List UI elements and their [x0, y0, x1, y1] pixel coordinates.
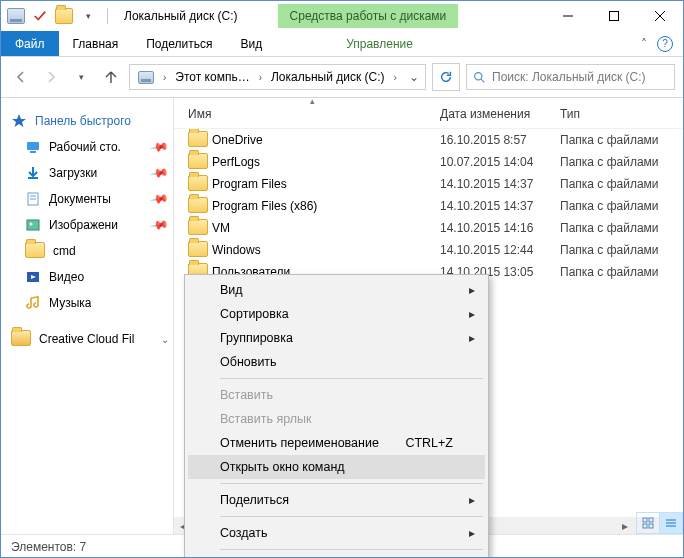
col-name[interactable]: Имя	[188, 107, 440, 121]
file-date: 10.07.2015 14:04	[440, 155, 560, 169]
file-date: 16.10.2015 8:57	[440, 133, 560, 147]
view-details-button[interactable]	[659, 513, 682, 533]
file-row[interactable]: Windows14.10.2015 12:44Папка с файлами	[174, 239, 683, 261]
contextual-tab-label[interactable]: Средства работы с дисками	[278, 4, 459, 28]
sidebar-item[interactable]: Документы📌	[1, 186, 173, 212]
checkmark-icon[interactable]	[31, 7, 49, 25]
folder-icon	[188, 175, 206, 193]
chevron-right-icon[interactable]: ›	[391, 72, 400, 83]
ribbon-home-tab[interactable]: Главная	[59, 31, 133, 56]
file-row[interactable]: VM14.10.2015 14:16Папка с файлами	[174, 217, 683, 239]
desktop-icon	[25, 139, 41, 155]
file-type: Папка с файлами	[560, 133, 683, 147]
breadcrumb-segment[interactable]: Этот компь…	[169, 66, 255, 88]
ribbon-view-tab[interactable]: Вид	[226, 31, 276, 56]
sidebar-item[interactable]: cmd	[1, 238, 173, 264]
svg-point-14	[30, 223, 33, 226]
nav-up-button[interactable]	[99, 65, 123, 89]
file-row[interactable]: PerfLogs10.07.2015 14:04Папка с файлами	[174, 151, 683, 173]
file-row[interactable]: Program Files14.10.2015 14:37Папка с фай…	[174, 173, 683, 195]
downloads-icon	[25, 165, 41, 181]
search-box[interactable]: Поиск: Локальный диск (C:)	[466, 64, 675, 90]
sidebar-item[interactable]: Изображени📌	[1, 212, 173, 238]
ctx-label: Поделиться	[220, 493, 289, 507]
sidebar-quick-access[interactable]: Панель быстрого	[1, 108, 173, 134]
ctx-label: Вставить ярлык	[220, 412, 312, 426]
ctx-share[interactable]: Поделиться▸	[188, 488, 485, 512]
col-date[interactable]: Дата изменения	[440, 107, 560, 121]
ctx-open-command-window[interactable]: Открыть окно команд	[188, 455, 485, 479]
sidebar-item[interactable]: Загрузки📌	[1, 160, 173, 186]
ctx-view[interactable]: Вид▸	[188, 278, 485, 302]
ctx-label: Создать	[220, 526, 268, 540]
nav-pane: Панель быстрого Рабочий сто.📌Загрузки📌До…	[1, 98, 174, 534]
folder-icon	[55, 7, 73, 25]
file-date: 14.10.2015 14:16	[440, 221, 560, 235]
ctx-paste: Вставить	[188, 383, 485, 407]
scroll-right-button[interactable]: ▸	[616, 517, 633, 534]
ctx-label: Обновить	[220, 355, 277, 369]
view-switcher	[636, 512, 683, 534]
col-type[interactable]: Тип	[560, 107, 679, 121]
minimize-button[interactable]	[545, 1, 591, 31]
videos-icon	[25, 269, 41, 285]
chevron-right-icon[interactable]: ›	[256, 72, 265, 83]
ctx-properties[interactable]: Свойства	[188, 554, 485, 558]
ctx-refresh[interactable]: Обновить	[188, 350, 485, 374]
view-large-button[interactable]	[637, 513, 659, 533]
svg-line-5	[481, 79, 484, 82]
ctx-new[interactable]: Создать▸	[188, 521, 485, 545]
svg-rect-20	[649, 524, 653, 528]
ribbon-file-tab[interactable]: Файл	[1, 31, 59, 56]
pictures-icon	[25, 217, 41, 233]
address-bar[interactable]: › Этот компь… › Локальный диск (C:) › ⌄	[129, 64, 426, 90]
sidebar-item-label: Документы	[49, 192, 111, 206]
sidebar-item-label: Изображени	[49, 218, 118, 232]
maximize-button[interactable]	[591, 1, 637, 31]
sidebar-item-label: Панель быстрого	[35, 114, 131, 128]
window-title: Локальный диск (C:)	[118, 9, 238, 23]
ctx-sort[interactable]: Сортировка▸	[188, 302, 485, 326]
file-type: Папка с файлами	[560, 177, 683, 191]
sort-asc-icon: ▴	[310, 96, 315, 106]
sidebar-item-label: Рабочий сто.	[49, 140, 121, 154]
chevron-right-icon: ▸	[469, 331, 475, 345]
separator	[107, 8, 108, 24]
close-button[interactable]	[637, 1, 683, 31]
chevron-up-icon[interactable]: ˄	[641, 37, 647, 51]
refresh-button[interactable]	[432, 63, 460, 91]
ctx-group[interactable]: Группировка▸	[188, 326, 485, 350]
file-date: 14.10.2015 14:37	[440, 199, 560, 213]
address-dropdown-icon[interactable]: ⌄	[405, 70, 423, 84]
sidebar-item[interactable]: Музыка	[1, 290, 173, 316]
sidebar-item-label: Музыка	[49, 296, 91, 310]
help-icon[interactable]: ?	[657, 36, 673, 52]
sidebar-item-creative-cloud[interactable]: Creative Cloud Fil ⌄	[1, 326, 173, 352]
qat-overflow-icon[interactable]: ▾	[79, 7, 97, 25]
svg-rect-1	[610, 12, 619, 21]
file-date: 14.10.2015 12:44	[440, 243, 560, 257]
drive-icon	[132, 66, 160, 88]
ribbon-share-tab[interactable]: Поделиться	[132, 31, 226, 56]
sidebar-item-label: Видео	[49, 270, 84, 284]
file-row[interactable]: OneDrive16.10.2015 8:57Папка с файлами	[174, 129, 683, 151]
chevron-right-icon[interactable]: ›	[160, 72, 169, 83]
file-type: Папка с файлами	[560, 199, 683, 213]
breadcrumb-segment[interactable]: Локальный диск (C:)	[265, 66, 391, 88]
column-headers[interactable]: ▴ Имя Дата изменения Тип	[174, 98, 683, 129]
nav-history-dropdown[interactable]: ▾	[69, 65, 93, 89]
ctx-paste-shortcut: Вставить ярлык	[188, 407, 485, 431]
ctx-shortcut: CTRL+Z	[405, 436, 453, 450]
file-type: Папка с файлами	[560, 221, 683, 235]
file-type: Папка с файлами	[560, 243, 683, 257]
nav-forward-button[interactable]	[39, 65, 63, 89]
file-row[interactable]: Program Files (x86)14.10.2015 14:37Папка…	[174, 195, 683, 217]
chevron-down-icon[interactable]: ⌄	[161, 334, 169, 345]
sidebar-item[interactable]: Видео	[1, 264, 173, 290]
svg-rect-19	[643, 524, 647, 528]
ribbon-management-tab[interactable]: Управление	[316, 31, 443, 56]
sidebar-item[interactable]: Рабочий сто.📌	[1, 134, 173, 160]
nav-back-button[interactable]	[9, 65, 33, 89]
ctx-undo-rename[interactable]: Отменить переименованиеCTRL+Z	[188, 431, 485, 455]
svg-rect-18	[649, 518, 653, 522]
